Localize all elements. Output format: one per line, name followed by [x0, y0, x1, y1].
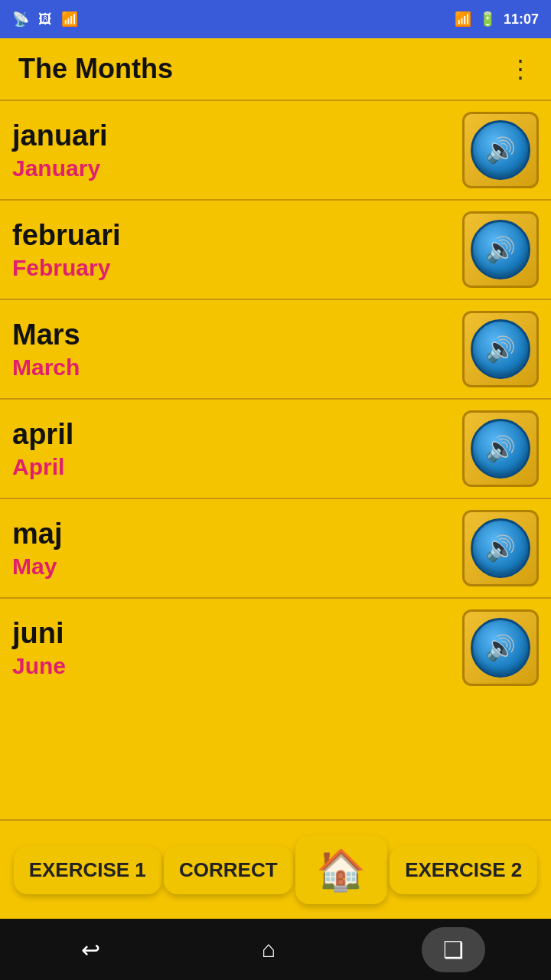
- sound-circle-3: 🔊: [471, 419, 530, 479]
- radio-icon: 📶: [61, 11, 78, 28]
- month-english-3: April: [12, 454, 462, 480]
- exercise2-button[interactable]: EXERCISE 2: [390, 846, 537, 894]
- month-item-april: april April 🔊: [0, 398, 551, 498]
- month-item-februari: februari February 🔊: [0, 199, 551, 299]
- bottom-toolbar: EXERCISE 1 CORRECT 🏠 EXERCISE 2: [0, 819, 551, 919]
- sound-circle-1: 🔊: [471, 220, 530, 279]
- speaker-icon-1: 🔊: [485, 235, 516, 264]
- sound-button-5[interactable]: 🔊: [462, 609, 539, 686]
- sound-circle-0: 🔊: [471, 120, 530, 180]
- correct-button[interactable]: CORRECT: [164, 846, 293, 894]
- months-list: januari January 🔊 februari February 🔊 Ma…: [0, 100, 551, 819]
- android-home-button[interactable]: ⌂: [246, 929, 291, 970]
- sound-circle-5: 🔊: [471, 618, 530, 678]
- month-native-0: januari: [12, 119, 462, 152]
- app-header: The Months ⋮: [0, 38, 551, 100]
- more-options-icon[interactable]: ⋮: [508, 54, 533, 83]
- month-item-juni: juni June 🔊: [0, 597, 551, 697]
- sound-button-2[interactable]: 🔊: [462, 311, 539, 387]
- speaker-icon-5: 🔊: [485, 633, 516, 662]
- status-icons: 📡 🖼 📶: [12, 11, 78, 28]
- month-text-3: april April: [12, 418, 462, 480]
- sound-button-1[interactable]: 🔊: [462, 211, 539, 288]
- month-native-4: maj: [12, 518, 462, 550]
- android-nav-bar: ↩ ⌂ ❑: [0, 919, 551, 980]
- status-bar: 📡 🖼 📶 📶 🔋 11:07: [0, 0, 551, 38]
- image-icon: 🖼: [38, 11, 52, 28]
- month-native-3: april: [12, 418, 462, 451]
- month-english-4: May: [12, 554, 462, 580]
- month-text-1: februari February: [12, 219, 462, 281]
- app-title: The Months: [18, 53, 173, 85]
- speaker-icon-2: 🔊: [485, 335, 516, 364]
- battery-icon: 🔋: [479, 11, 496, 28]
- month-native-2: Mars: [12, 318, 462, 351]
- recents-button[interactable]: ❑: [422, 927, 485, 972]
- sound-circle-2: 🔊: [471, 319, 530, 379]
- month-native-5: juni: [12, 617, 462, 650]
- speaker-icon-0: 🔊: [485, 136, 516, 165]
- month-english-0: January: [12, 155, 462, 181]
- sound-button-0[interactable]: 🔊: [462, 112, 539, 188]
- month-text-5: juni June: [12, 617, 462, 679]
- month-native-1: februari: [12, 219, 462, 252]
- wifi-icon: 📡: [12, 11, 29, 28]
- sound-button-3[interactable]: 🔊: [462, 410, 539, 487]
- exercise1-button[interactable]: EXERCISE 1: [14, 846, 161, 894]
- month-text-0: januari January: [12, 119, 462, 181]
- home-icon: 🏠: [316, 847, 366, 893]
- month-text-4: maj May: [12, 518, 462, 580]
- status-right: 📶 🔋 11:07: [455, 11, 539, 28]
- month-item-mars: Mars March 🔊: [0, 299, 551, 398]
- back-button[interactable]: ↩: [66, 929, 116, 971]
- month-english-5: June: [12, 653, 462, 679]
- month-text-2: Mars March: [12, 318, 462, 381]
- month-item-maj: maj May 🔊: [0, 498, 551, 597]
- clock: 11:07: [504, 11, 539, 28]
- sound-button-4[interactable]: 🔊: [462, 510, 539, 586]
- month-item-januari: januari January 🔊: [0, 100, 551, 199]
- home-button[interactable]: 🏠: [295, 835, 387, 904]
- sound-circle-4: 🔊: [471, 518, 530, 578]
- month-english-2: March: [12, 354, 462, 381]
- speaker-icon-4: 🔊: [485, 534, 516, 563]
- signal-icon: 📶: [455, 11, 471, 28]
- speaker-icon-3: 🔊: [485, 434, 516, 463]
- month-english-1: February: [12, 255, 462, 281]
